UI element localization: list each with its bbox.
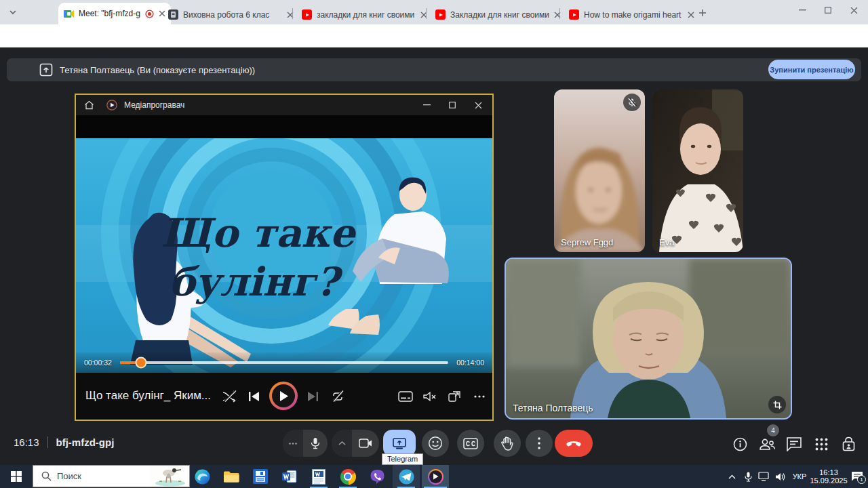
tray-mic-icon[interactable]	[741, 465, 755, 488]
camera-icon[interactable]	[352, 439, 379, 448]
windows-taskbar: Поиск	[0, 465, 868, 488]
play-button[interactable]	[269, 382, 298, 410]
browser-tab-strip: Meet: "bfj-mfzd-gpj" Виховна робота 6 кл…	[0, 0, 868, 24]
tab-youtube-1[interactable]: закладки для книг своими рук	[296, 5, 433, 24]
present-icon	[39, 63, 53, 77]
screen: Meet: "bfj-mfzd-gpj" Виховна робота 6 кл…	[0, 0, 868, 488]
tab-title: How to make origami heart boo	[584, 10, 683, 20]
tab-youtube-2[interactable]: Закладки для книг своими рук	[430, 5, 566, 24]
participants-count-badge: 4	[767, 424, 779, 436]
notification-count-badge: 1	[857, 475, 866, 484]
present-button-active[interactable]	[383, 430, 416, 457]
search-placeholder: Поиск	[57, 471, 150, 481]
info-button[interactable]	[731, 435, 749, 453]
meet-favicon	[64, 9, 74, 19]
notification-icon[interactable]: 1	[848, 465, 867, 488]
close-window-icon[interactable]	[850, 7, 858, 14]
participant-tile-tetiana[interactable]: Тетяна Полтавець	[505, 258, 792, 420]
tab-search-icon[interactable]	[8, 8, 18, 16]
end-call-button[interactable]	[555, 430, 593, 457]
participant-tile-seprew[interactable]: Seprew Fggd	[554, 89, 645, 252]
telegram-icon[interactable]	[393, 465, 420, 488]
taskbar-search[interactable]: Поиск	[33, 465, 190, 487]
apps-grid-button[interactable]	[812, 435, 830, 453]
tray-display-icon[interactable]	[755, 465, 772, 488]
participant-video	[506, 259, 791, 418]
participant-name: Eva	[659, 237, 674, 247]
edge-icon[interactable]	[189, 465, 216, 488]
previous-icon[interactable]	[244, 386, 264, 407]
youtube-favicon	[435, 9, 446, 20]
camera-button[interactable]	[332, 430, 379, 457]
close-icon[interactable]	[688, 12, 694, 18]
chrome-icon[interactable]	[334, 465, 361, 488]
subtitles-icon[interactable]	[395, 386, 416, 407]
people-button[interactable]	[758, 435, 776, 453]
seek-track[interactable]	[120, 361, 448, 364]
tab-vykhovna[interactable]: Виховна робота 6 клас	[163, 5, 299, 24]
player-minimize-icon[interactable]	[423, 104, 431, 106]
volume-muted-icon[interactable]	[420, 386, 440, 407]
player-maximize-icon[interactable]	[449, 102, 456, 108]
participant-video	[554, 89, 645, 252]
explorer-icon[interactable]	[218, 465, 245, 488]
next-icon[interactable]	[302, 386, 323, 407]
tab-title: Закладки для книг своими рук	[450, 10, 549, 20]
tray-volume-icon[interactable]	[772, 465, 789, 488]
emoji-reactions-button[interactable]	[422, 430, 449, 457]
floppy-app-icon[interactable]	[247, 465, 274, 488]
tab-divider	[426, 8, 427, 19]
word-doc-icon[interactable]	[305, 465, 332, 488]
mic-muted-icon	[623, 94, 641, 111]
tab-title: Meet: "bfj-mfzd-gpj"	[79, 9, 140, 18]
start-button[interactable]	[0, 465, 33, 488]
player-close-icon[interactable]	[475, 102, 482, 109]
search-icon	[41, 471, 52, 481]
duration-time: 00:14:00	[456, 359, 484, 367]
popout-icon[interactable]	[444, 386, 465, 407]
seek-bar-row: 00:00:32 00:14:00	[76, 352, 492, 373]
crop-icon[interactable]	[768, 396, 786, 413]
video-letterbox	[76, 115, 492, 138]
media-player-taskbar-icon[interactable]	[422, 465, 449, 488]
meeting-code: bfj-mfzd-gpj	[56, 436, 115, 448]
viber-icon[interactable]	[363, 465, 391, 488]
tray-chevron-icon[interactable]	[724, 465, 739, 488]
tab-meet[interactable]: Meet: "bfj-mfzd-gpj"	[58, 3, 171, 24]
video-frame[interactable]: Що таке булінг? 00:00:32 00:14:00	[76, 115, 492, 373]
participant-video	[652, 89, 743, 252]
elapsed-time: 00:00:32	[84, 359, 112, 367]
taskbar-tooltip: Telegram	[382, 453, 423, 465]
more-options-button[interactable]	[526, 430, 553, 457]
video-title-line1: Що таке	[161, 210, 357, 256]
home-icon[interactable]	[84, 100, 94, 110]
tray-clock[interactable]: 16:13 15.09.2025	[810, 465, 848, 488]
new-tab-icon[interactable]	[698, 9, 707, 17]
youtube-favicon	[569, 9, 579, 20]
repeat-off-icon[interactable]	[328, 386, 348, 407]
video-illustration: Що таке булінг?	[76, 138, 492, 373]
tab-youtube-3[interactable]: How to make origami heart boo	[564, 5, 700, 24]
seek-handle[interactable]	[136, 357, 147, 369]
participant-tile-eva[interactable]: Eva	[652, 89, 743, 252]
mic-button[interactable]	[283, 430, 328, 457]
more-icon[interactable]	[469, 386, 490, 407]
word-icon[interactable]	[276, 465, 303, 488]
mic-icon[interactable]	[303, 437, 328, 449]
captions-button[interactable]	[457, 430, 484, 457]
chat-button[interactable]	[785, 435, 803, 453]
host-controls-lock-button[interactable]	[840, 435, 857, 453]
raise-hand-button[interactable]	[494, 430, 521, 457]
stop-presentation-button[interactable]: Зупинити презентацію	[768, 60, 855, 79]
tray-language[interactable]: УКР	[789, 465, 810, 488]
maximize-icon[interactable]	[825, 7, 831, 14]
tray-date: 15.09.2025	[810, 476, 847, 485]
shuffle-off-icon[interactable]	[220, 386, 240, 407]
player-titlebar[interactable]: Медіапрогравач	[76, 95, 492, 115]
meeting-clock: 16:13	[14, 436, 39, 448]
recording-icon	[145, 9, 154, 18]
tab-title: Виховна робота 6 клас	[183, 10, 282, 20]
minimize-icon[interactable]	[799, 9, 806, 11]
player-controls: Що таке булінг_ Яким...	[76, 373, 492, 420]
browser-toolbar: meet.google.com/bfj-mfzd-gpj?authuser=0 …	[0, 24, 868, 48]
